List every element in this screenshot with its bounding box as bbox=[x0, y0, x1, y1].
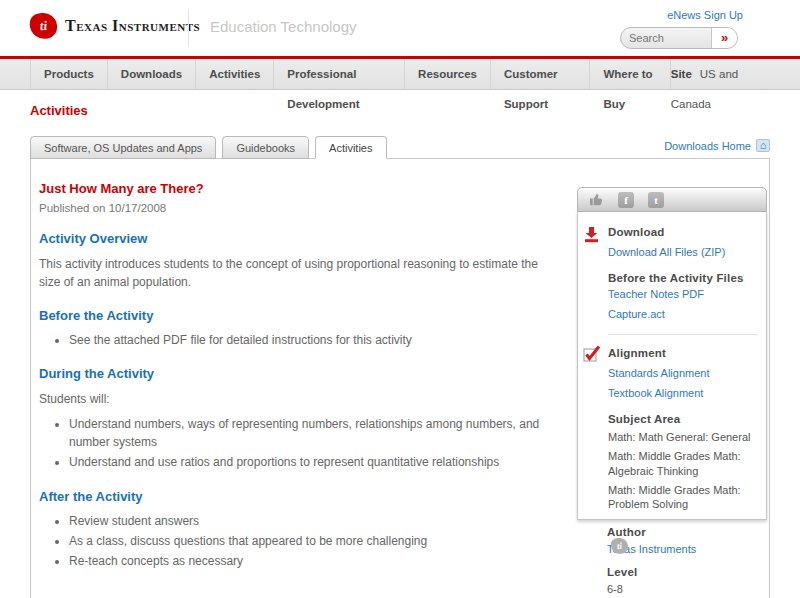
download-box: Download Download All Files (ZIP) Before… bbox=[577, 212, 767, 520]
meta-section-level: Level6-8 bbox=[607, 566, 759, 595]
site-selector[interactable]: SiteUS and Canada bbox=[671, 59, 768, 89]
bullet-item: Understand and use ratios and proportion… bbox=[69, 454, 553, 471]
tab-panel: Just How Many are There? Published on 10… bbox=[30, 158, 770, 598]
article-title: Just How Many are There? bbox=[39, 181, 553, 196]
sidebar: f t Download Download All Files (ZIP) bbox=[577, 187, 767, 598]
section-heading-activity-overview: Activity Overview bbox=[39, 231, 553, 246]
section-heading-before-the-activity: Before the Activity bbox=[39, 308, 553, 323]
download-icon bbox=[583, 226, 600, 245]
bullet-list: See the attached PDF file for detailed i… bbox=[39, 332, 553, 349]
teacher-notes-link[interactable]: Teacher Notes PDF bbox=[608, 288, 758, 300]
bullet-list: Review student answersAs a class, discus… bbox=[39, 513, 553, 571]
meta-heading-level: Level bbox=[607, 566, 759, 578]
enews-signup-link[interactable]: eNews Sign Up bbox=[667, 9, 743, 21]
tabs: Software, OS Updates and AppsGuidebooksA… bbox=[30, 136, 393, 158]
bullet-item: Re-teach concepts as necessary bbox=[69, 553, 553, 570]
twitter-icon[interactable]: t bbox=[648, 192, 664, 208]
sidebar-meta: AuthortiTexas InstrumentsLevel6-8Activit… bbox=[577, 520, 767, 598]
primary-nav: ProductsDownloadsActivitiesProfessional … bbox=[0, 59, 800, 90]
nav-item-professional-development[interactable]: Professional Development bbox=[273, 59, 404, 89]
bullet-list: Understand numbers, ways of representing… bbox=[39, 416, 553, 471]
nav-items: ProductsDownloadsActivitiesProfessional … bbox=[30, 59, 671, 89]
nav-item-activities[interactable]: Activities bbox=[195, 59, 273, 89]
content-area: Activities Software, OS Updates and Apps… bbox=[30, 103, 770, 598]
page: ti Texas Instruments Education Technolog… bbox=[0, 0, 800, 598]
downloads-home-link[interactable]: Downloads Home ⌂ bbox=[664, 139, 770, 158]
meta-section-author: AuthortiTexas Instruments bbox=[607, 526, 759, 555]
nav-item-resources[interactable]: Resources bbox=[404, 59, 490, 89]
downloads-home-label: Downloads Home bbox=[664, 140, 751, 152]
bullet-item: See the attached PDF file for detailed i… bbox=[69, 332, 553, 349]
published-date: Published on 10/17/2008 bbox=[39, 202, 553, 214]
bullet-item: Understand numbers, ways of representing… bbox=[69, 416, 553, 451]
checkmark-icon bbox=[583, 345, 602, 365]
like-button[interactable] bbox=[588, 192, 604, 208]
textbook-alignment-link[interactable]: Textbook Alignment bbox=[608, 387, 758, 399]
search-submit-button[interactable]: » bbox=[711, 28, 737, 48]
nav-item-customer-support[interactable]: Customer Support bbox=[490, 59, 590, 89]
meta-value: 6-8 bbox=[607, 583, 759, 595]
section-paragraph: Students will: bbox=[39, 390, 553, 408]
ti-logo-icon: ti bbox=[29, 12, 59, 41]
subject-area-section: Subject Area Math: Math General: General… bbox=[608, 413, 758, 511]
tab-guidebooks[interactable]: Guidebooks bbox=[222, 136, 309, 159]
nav-item-where-to-buy[interactable]: Where to Buy bbox=[589, 59, 670, 89]
article: Just How Many are There? Published on 10… bbox=[31, 159, 577, 598]
thumbs-up-icon bbox=[589, 192, 604, 207]
header-divider bbox=[188, 9, 189, 47]
site-tagline: Education Technology bbox=[210, 18, 357, 35]
home-icon: ⌂ bbox=[756, 139, 770, 152]
site-label: Site bbox=[671, 68, 692, 80]
tab-activities[interactable]: Activities bbox=[315, 136, 386, 159]
meta-heading-author: Author bbox=[607, 526, 759, 538]
tab-bar: Software, OS Updates and AppsGuidebooksA… bbox=[30, 133, 770, 158]
alignment-heading: Alignment bbox=[608, 347, 758, 359]
section-heading-during-the-activity: During the Activity bbox=[39, 366, 553, 381]
download-heading: Download bbox=[608, 226, 758, 238]
ti-logo[interactable]: ti Texas Instruments bbox=[30, 13, 200, 39]
download-all-link[interactable]: Download All Files (ZIP) bbox=[608, 246, 758, 258]
site-header: ti Texas Instruments Education Technolog… bbox=[0, 0, 800, 56]
subject-area-item: Math: Math General: General bbox=[608, 430, 758, 444]
bullet-item: As a class, discuss questions that appea… bbox=[69, 533, 553, 550]
search-box: » bbox=[620, 27, 738, 49]
subject-area-heading: Subject Area bbox=[608, 413, 758, 425]
search-input[interactable] bbox=[621, 28, 711, 48]
download-section: Download Download All Files (ZIP) Before… bbox=[608, 226, 758, 320]
nav-item-downloads[interactable]: Downloads bbox=[107, 59, 195, 89]
standards-alignment-link[interactable]: Standards Alignment bbox=[608, 367, 758, 379]
article-sections: Activity OverviewThis activity introduce… bbox=[39, 231, 553, 571]
tab-software-os-updates-and-apps[interactable]: Software, OS Updates and Apps bbox=[30, 136, 216, 159]
subject-area-list: Math: Math General: GeneralMath: Middle … bbox=[608, 430, 758, 511]
alignment-section: Alignment Standards Alignment Textbook A… bbox=[608, 334, 758, 399]
subject-area-item: Math: Middle Grades Math: Problem Solvin… bbox=[608, 483, 758, 512]
meta-link-texas-instruments[interactable]: Texas Instruments bbox=[607, 543, 759, 555]
nav-item-products[interactable]: Products bbox=[30, 59, 107, 89]
facebook-icon[interactable]: f bbox=[618, 192, 634, 208]
page-title: Activities bbox=[30, 103, 770, 118]
section-heading-after-the-activity: After the Activity bbox=[39, 489, 553, 504]
subject-area-item: Math: Middle Grades Math: Algebraic Thin… bbox=[608, 449, 758, 478]
activity-files-heading: Before the Activity Files bbox=[608, 272, 758, 284]
ti-logo-text: Texas Instruments bbox=[65, 17, 200, 35]
social-bar: f t bbox=[577, 187, 767, 212]
section-paragraph: This activity introduces students to the… bbox=[39, 255, 553, 291]
capture-act-link[interactable]: Capture.act bbox=[608, 308, 758, 320]
bullet-item: Review student answers bbox=[69, 513, 553, 530]
